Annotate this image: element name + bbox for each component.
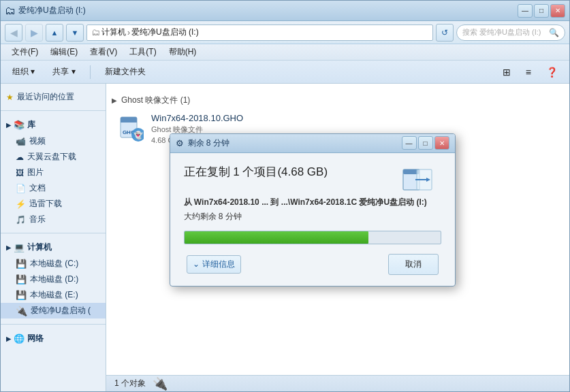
address-box[interactable]: 🗂 计算机 › 爱纯净U盘启动 (I:) (86, 24, 433, 41)
dialog-header-row: 正在复制 1 个项目(4.68 GB) (184, 164, 441, 197)
dialog-remaining: 大约剩余 8 分钟 (184, 211, 441, 223)
share-button[interactable]: 共享 ▾ (46, 63, 81, 81)
music-icon: 🎵 (16, 215, 26, 225)
library-label: 库 (27, 119, 35, 131)
path-drive: 爱纯净U盘启动 (I:) (131, 27, 199, 38)
sidebar-computer-section: ▶ 💻 计算机 💾 本地磁盘 (C:) 💾 本地磁盘 (D:) 💾 本地磁盘 (… (1, 236, 106, 321)
sidebar-divider-3 (1, 324, 106, 325)
sidebar-item-documents[interactable]: 📄 文档 (1, 180, 106, 196)
gho-file-icon: GHO 👻 (117, 115, 144, 142)
close-button[interactable]: ✕ (550, 4, 565, 18)
network-icon: 🌐 (14, 333, 25, 344)
sidebar-drive-c[interactable]: 💾 本地磁盘 (C:) (1, 256, 106, 272)
sidebar-video-label: 视频 (29, 135, 46, 147)
sidebar-recent-section: ★ 最近访问的位置 (1, 86, 106, 108)
cancel-button[interactable]: 取消 (388, 254, 439, 275)
video-icon: 📹 (16, 137, 26, 146)
address-bar: ◀ ▶ ▲ ▼ 🗂 计算机 › 爱纯净U盘启动 (I:) ↺ 搜索 爱纯净U盘启… (1, 21, 569, 44)
menu-bar: 文件(F) 编辑(E) 查看(V) 工具(T) 帮助(H) (1, 44, 569, 61)
dialog-title-controls: — □ ✕ (402, 136, 449, 150)
sidebar-item-video[interactable]: 📹 视频 (1, 133, 106, 149)
library-icon: 📚 (14, 120, 25, 130)
sidebar-item-pictures[interactable]: 🖼 图片 (1, 165, 106, 180)
back-button[interactable]: ◀ (5, 24, 22, 42)
dialog-main-text: 正在复制 1 个项目(4.68 GB) (184, 164, 402, 180)
sidebar-music-label: 音乐 (29, 214, 46, 225)
sidebar: ★ 最近访问的位置 ▶ 📚 库 📹 视频 ☁ 天翼云盘下载 (1, 84, 106, 391)
dialog-minimize-button[interactable]: — (402, 136, 417, 150)
computer-label: 计算机 (27, 242, 52, 253)
details-toggle-button[interactable]: ⌄ 详细信息 (187, 255, 241, 274)
group-label: Ghost 映像文件 (1) (121, 95, 190, 106)
computer-icon: 💻 (14, 242, 25, 252)
copy-animation-icon (402, 164, 434, 197)
view-toggle-button[interactable]: ⊞ (496, 63, 517, 81)
view-details-button[interactable]: ≡ (520, 63, 537, 81)
file-name: Win7x64-2018.10.GHO (151, 113, 243, 123)
to-path: ...\Win7x64-2018.1C (281, 197, 357, 207)
up-button[interactable]: ▲ (46, 24, 63, 42)
sidebar-divider-1 (1, 110, 106, 111)
title-bar-controls: — □ ✕ (518, 4, 565, 18)
sidebar-computer-header[interactable]: ▶ 💻 计算机 (1, 239, 106, 256)
sidebar-drive-e-label: 本地磁盘 (E:) (30, 289, 78, 301)
dialog-from-to: 从 Win7x64-2018.10 ... 到 ...\Win7x64-2018… (184, 197, 441, 208)
dialog-content: 正在复制 1 个项目(4.68 GB) 从 Win7x64-2018.10 ..… (170, 153, 455, 286)
dialog-icon: ⚙ (176, 138, 184, 148)
forward-button[interactable]: ▶ (25, 24, 43, 42)
drive-d-icon: 💾 (16, 274, 27, 284)
dialog-close-button[interactable]: ✕ (434, 136, 449, 150)
minimize-button[interactable]: — (518, 4, 533, 18)
sidebar-network-header[interactable]: ▶ 🌐 网络 (1, 330, 106, 347)
path-computer: 计算机 (101, 27, 126, 38)
dialog-footer: ⌄ 详细信息 取消 (184, 254, 441, 275)
sidebar-drive-d-label: 本地磁盘 (D:) (30, 274, 78, 285)
dialog-title-bar: ⚙ 剩余 8 分钟 — □ ✕ (170, 134, 455, 153)
recent-button[interactable]: ▼ (66, 24, 84, 42)
sidebar-item-thunder[interactable]: ⚡ 迅雷下载 (1, 196, 106, 212)
menu-tools[interactable]: 工具(T) (124, 45, 161, 59)
toolbar-separator (90, 65, 91, 79)
drive-e-icon: 💾 (16, 290, 27, 300)
menu-file[interactable]: 文件(F) (6, 45, 44, 59)
sidebar-item-music[interactable]: 🎵 音乐 (1, 212, 106, 227)
sidebar-drive-c-label: 本地磁盘 (C:) (30, 258, 78, 270)
sidebar-drive-e[interactable]: 💾 本地磁盘 (E:) (1, 287, 106, 303)
status-text: 1 个对象 (114, 378, 146, 389)
search-icon: 🔍 (549, 28, 559, 37)
sidebar-usb-label: 爱纯净U盘启动 ( (31, 305, 91, 316)
sidebar-library-section: ▶ 📚 库 📹 视频 ☁ 天翼云盘下载 🖼 图片 📄 (1, 114, 106, 230)
chevron-down-icon-3: ⌄ (193, 259, 200, 269)
sidebar-recent[interactable]: ★ 最近访问的位置 (1, 89, 106, 105)
dialog-maximize-button[interactable]: □ (418, 136, 433, 150)
sidebar-drive-d[interactable]: 💾 本地磁盘 (D:) (1, 272, 106, 287)
sidebar-usb-drive[interactable]: 🔌 爱纯净U盘启动 ( (1, 303, 106, 318)
chevron-right-icon: ▶ (6, 336, 11, 342)
chevron-down-icon: ▶ (6, 122, 11, 129)
folder-icon: 🗂 (91, 27, 100, 37)
copy-dialog: ⚙ 剩余 8 分钟 — □ ✕ 正在复制 1 个项目(4.68 GB) (170, 133, 456, 287)
new-folder-button[interactable]: 新建文件夹 (99, 63, 152, 81)
sidebar-item-cloud[interactable]: ☁ 天翼云盘下载 (1, 149, 106, 165)
arrow-icon: ▶ (112, 97, 117, 104)
window-icon: 🗂 (5, 5, 16, 17)
window-title: 爱纯净U盘启动 (I:) (18, 5, 86, 16)
status-icon: 🔌 (153, 376, 168, 391)
help-button[interactable]: ❓ (540, 63, 564, 81)
organize-button[interactable]: 组织 ▾ (6, 63, 41, 81)
toolbar: 组织 ▾ 共享 ▾ 新建文件夹 ⊞ ≡ ❓ (1, 61, 569, 84)
menu-edit[interactable]: 编辑(E) (45, 45, 83, 59)
search-box[interactable]: 搜索 爱纯净U盘启动 (I:) 🔍 (456, 24, 565, 41)
sidebar-library-header[interactable]: ▶ 📚 库 (1, 116, 106, 133)
status-bar: 1 个对象 🔌 (106, 375, 569, 391)
from-path: Win7x64-2018.10 ... (194, 197, 268, 207)
menu-help[interactable]: 帮助(H) (163, 45, 202, 59)
maximize-button[interactable]: □ (534, 4, 549, 18)
toolbar-right: ⊞ ≡ ❓ (496, 63, 564, 81)
menu-view[interactable]: 查看(V) (84, 45, 123, 59)
search-placeholder: 搜索 爱纯净U盘启动 (I:) (462, 27, 541, 37)
refresh-button[interactable]: ↺ (436, 24, 454, 42)
address-path: 🗂 计算机 › 爱纯净U盘启动 (I:) (91, 27, 199, 38)
usb-icon: 🔌 (16, 306, 27, 316)
progress-bar-container (184, 231, 441, 244)
